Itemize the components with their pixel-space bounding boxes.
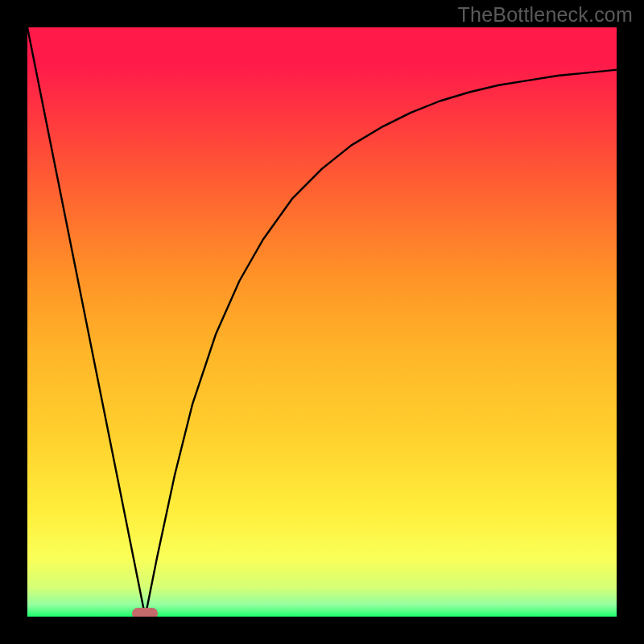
curve-svg <box>27 27 617 617</box>
bottleneck-curve-path <box>27 27 617 617</box>
minimum-marker <box>132 608 158 617</box>
plot-area <box>27 27 617 617</box>
chart-frame: TheBottleneck.com <box>0 0 644 644</box>
watermark-text: TheBottleneck.com <box>458 3 633 27</box>
